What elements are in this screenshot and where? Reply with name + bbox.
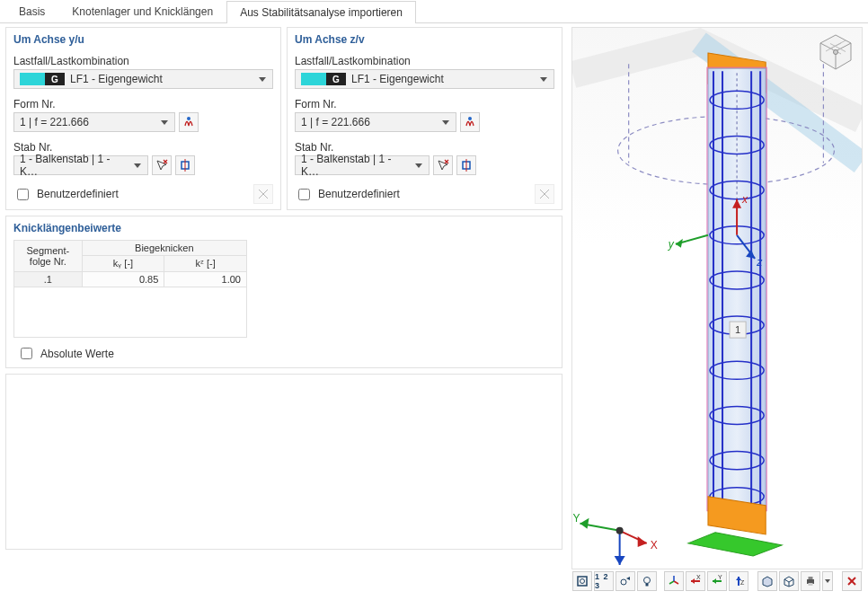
loadcase-select-z[interactable]: G LF1 - Eigengewicht <box>295 69 554 89</box>
display-icon <box>619 575 632 587</box>
member-select-z-value: 1 - Balkenstab | 1 - K… <box>301 153 409 178</box>
vp-btn-close-view[interactable] <box>842 571 862 591</box>
form-select-y[interactable]: 1 | f = 221.666 <box>13 112 175 132</box>
nav-cube[interactable] <box>815 31 856 73</box>
axis-y-icon: Y <box>711 575 723 587</box>
svg-line-71 <box>674 581 678 584</box>
svg-rect-69 <box>646 584 649 587</box>
svg-text:y: y <box>668 238 675 251</box>
user-defined-settings-z[interactable] <box>535 184 554 204</box>
panel-buckling-factors: Knicklängenbeiwerte Segment-folge Nr. Bi… <box>5 216 562 368</box>
svg-text:z: z <box>756 256 763 269</box>
member-view-button-z[interactable] <box>456 155 476 175</box>
member-select-y-value: 1 - Balkenstab | 1 - K… <box>20 153 128 178</box>
member-view-button-y[interactable] <box>175 155 195 175</box>
print-icon <box>804 575 817 587</box>
svg-text:Z: Z <box>616 568 623 569</box>
pick-icon <box>437 159 449 172</box>
chevron-down-icon <box>131 159 144 172</box>
chevron-down-icon <box>439 116 452 128</box>
zoom-fit-icon <box>576 575 589 587</box>
form-mode-icon-button-z[interactable] <box>460 112 480 132</box>
vp-btn-render-solid[interactable] <box>757 571 777 591</box>
svg-line-84 <box>784 579 789 582</box>
cell-segment: .1 <box>14 272 83 287</box>
left-pane: Um Achse y/u Lastfall/Lastkombination G … <box>0 23 568 598</box>
loadcase-select-y[interactable]: G LF1 - Eigengewicht <box>13 69 273 89</box>
vp-btn-display[interactable] <box>616 571 635 591</box>
table-row: Segment-folge Nr. Biegeknicken <box>14 241 247 256</box>
absolute-values-label: Absolute Werte <box>40 348 114 360</box>
pick-icon <box>155 159 168 172</box>
section-icon <box>460 159 473 172</box>
vp-btn-light[interactable] <box>637 571 657 591</box>
svg-rect-65 <box>578 577 587 586</box>
cell-ky[interactable]: 0.85 <box>82 272 164 287</box>
svg-text:X: X <box>696 575 701 580</box>
vp-btn-axis-neg-y[interactable]: Y <box>707 571 727 591</box>
viewport-3d[interactable]: y x z 1 <box>571 27 863 569</box>
svg-text:x: x <box>741 193 748 206</box>
svg-point-66 <box>580 579 585 584</box>
tab-bar: Basis Knotenlager und Knicklängen Aus St… <box>0 0 868 23</box>
th-segment-b: folge Nr. <box>30 256 66 267</box>
svg-marker-62 <box>615 556 625 565</box>
panel-axis-z-title: Um Achse z/v <box>288 28 562 48</box>
chevron-down-icon <box>158 116 171 128</box>
form-label-z: Form Nr. <box>295 98 554 110</box>
user-defined-checkbox-z[interactable] <box>298 189 310 200</box>
th-biegeknicken: Biegeknicken <box>82 241 246 256</box>
member-pick-button-y[interactable] <box>152 155 172 175</box>
user-defined-label-z: Benutzerdefiniert <box>318 188 400 200</box>
viewport-toolbar: 1 2 3 X Y Z <box>571 569 863 593</box>
tab-knotenlager[interactable]: Knotenlager und Knicklängen <box>58 0 226 22</box>
svg-point-20 <box>834 50 838 55</box>
svg-marker-82 <box>763 577 772 587</box>
svg-marker-56 <box>580 518 589 529</box>
vp-btn-axis-neg-x[interactable]: X <box>686 571 705 591</box>
member-select-y[interactable]: 1 - Balkenstab | 1 - K… <box>13 155 148 175</box>
vp-btn-print[interactable] <box>801 571 820 591</box>
user-defined-label-y: Benutzerdefiniert <box>37 188 119 200</box>
table-row[interactable]: .1 0.85 1.00 <box>14 272 247 287</box>
user-defined-settings-y[interactable] <box>253 184 273 204</box>
form-mode-icon-button-y[interactable] <box>179 112 199 132</box>
vp-btn-zoom-fit[interactable] <box>572 571 592 591</box>
chevron-down-icon <box>537 73 550 85</box>
loadcase-select-z-value: LF1 - Eigengewicht <box>351 73 444 85</box>
vp-btn-print-dropdown[interactable] <box>822 571 833 591</box>
vp-btn-render-wire[interactable] <box>779 571 799 591</box>
tab-stability-import[interactable]: Aus Stabilitätsanalyse importieren <box>226 1 416 23</box>
form-select-z-value: 1 | f = 221.666 <box>301 116 370 128</box>
panel-axis-y-title: Um Achse y/u <box>6 28 280 48</box>
panel-buckling-factors-title: Knicklängenbeiwerte <box>6 216 562 236</box>
viewport-svg: y x z 1 <box>572 28 862 569</box>
bulb-icon <box>641 575 653 587</box>
member-select-z[interactable]: 1 - Balkenstab | 1 - K… <box>295 155 430 175</box>
svg-point-68 <box>644 578 651 584</box>
member-label-z: Stab Nr. <box>295 141 554 154</box>
svg-text:X: X <box>651 539 658 551</box>
svg-text:1: 1 <box>735 324 740 335</box>
svg-point-67 <box>621 579 626 585</box>
th-segment-a: Segment- <box>26 245 69 256</box>
cell-kz[interactable]: 1.00 <box>164 272 247 287</box>
vp-btn-axis-neg-z[interactable]: Z <box>729 571 748 591</box>
user-defined-checkbox-y[interactable] <box>17 189 29 200</box>
mode-shape-icon <box>464 116 476 128</box>
tab-basis[interactable]: Basis <box>5 0 58 22</box>
form-label-y: Form Nr. <box>13 98 273 110</box>
member-pick-button-z[interactable] <box>433 155 453 175</box>
crossed-arrows-icon <box>257 188 270 200</box>
close-icon <box>846 575 858 587</box>
cube-solid-icon <box>761 575 774 587</box>
svg-rect-88 <box>809 577 813 579</box>
axis-z-icon: Z <box>732 575 745 587</box>
form-select-z[interactable]: 1 | f = 221.666 <box>295 112 456 132</box>
vp-btn-axis-iso[interactable] <box>664 571 684 591</box>
vp-btn-123[interactable]: 1 2 3 <box>594 571 614 591</box>
svg-text:Y: Y <box>718 575 722 580</box>
absolute-values-checkbox[interactable] <box>21 348 32 359</box>
svg-line-70 <box>669 581 674 584</box>
axis-x-icon: X <box>689 575 702 587</box>
